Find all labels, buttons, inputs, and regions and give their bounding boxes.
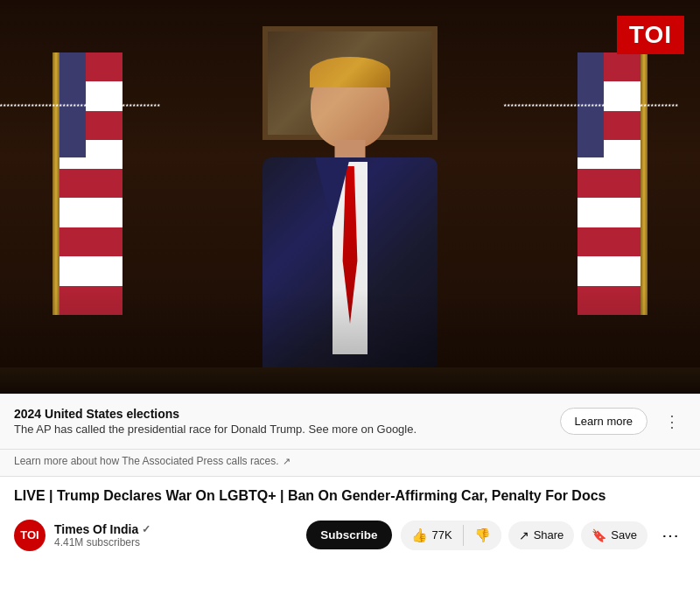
banner-more-button[interactable]: ⋮ (658, 408, 686, 436)
channel-name-text: Times Of India (54, 522, 138, 536)
video-title-area: LIVE | Trump Declares War On LGBTQ+ | Ba… (0, 477, 700, 511)
subscribe-button[interactable]: Subscribe (306, 521, 391, 549)
left-flag: ★★★★★★★★★★★★★★★★★★★★★★★★★★★★★★★★★★★★★★★★… (52, 52, 122, 315)
toi-watermark: TOI (617, 16, 684, 54)
save-button[interactable]: 🔖 Save (581, 521, 648, 549)
like-button[interactable]: 👍 77K (401, 521, 463, 550)
like-count: 77K (432, 528, 452, 542)
share-icon: ↗ (519, 528, 529, 542)
like-dislike-group: 👍 77K 👎 (401, 521, 501, 550)
info-banner: 2024 United States elections The AP has … (0, 394, 700, 450)
dislike-icon: 👎 (474, 528, 491, 543)
share-button[interactable]: ↗ Share (508, 521, 575, 549)
right-flag: ★★★★★★★★★★★★★★★★★★★★★★★★★★★★★★★★★★★★★★★★… (578, 52, 648, 315)
dislike-button[interactable]: 👎 (464, 521, 501, 550)
channel-info: Times Of India ✓ 4.41M subscribers (54, 522, 298, 549)
more-options-button[interactable]: ⋯ (654, 520, 686, 551)
ap-link-bar: Learn more about how The Associated Pres… (0, 450, 700, 477)
video-title: LIVE | Trump Declares War On LGBTQ+ | Ba… (14, 487, 686, 506)
channel-avatar[interactable]: TOI (14, 520, 46, 551)
video-player[interactable]: ★★★★★★★★★★★★★★★★★★★★★★★★★★★★★★★★★★★★★★★★… (0, 0, 700, 394)
channel-row: TOI Times Of India ✓ 4.41M subscribers S… (0, 511, 700, 560)
save-label: Save (611, 528, 637, 542)
like-icon: 👍 (411, 528, 428, 543)
save-icon: 🔖 (592, 528, 606, 542)
video-overlay (0, 289, 700, 394)
learn-more-button[interactable]: Learn more (560, 408, 648, 435)
banner-text: The AP has called the presidential race … (14, 423, 560, 436)
more-options-icon: ⋯ (662, 525, 680, 546)
share-label: Share (534, 528, 564, 542)
external-link-icon: ↗ (283, 456, 290, 467)
verified-icon: ✓ (142, 523, 150, 535)
ap-link-text[interactable]: Learn more about how The Associated Pres… (14, 455, 279, 467)
subscriber-count: 4.41M subscribers (54, 536, 298, 549)
banner-title: 2024 United States elections (14, 407, 560, 421)
action-buttons: 👍 77K 👎 ↗ Share 🔖 Save ⋯ (401, 520, 686, 551)
